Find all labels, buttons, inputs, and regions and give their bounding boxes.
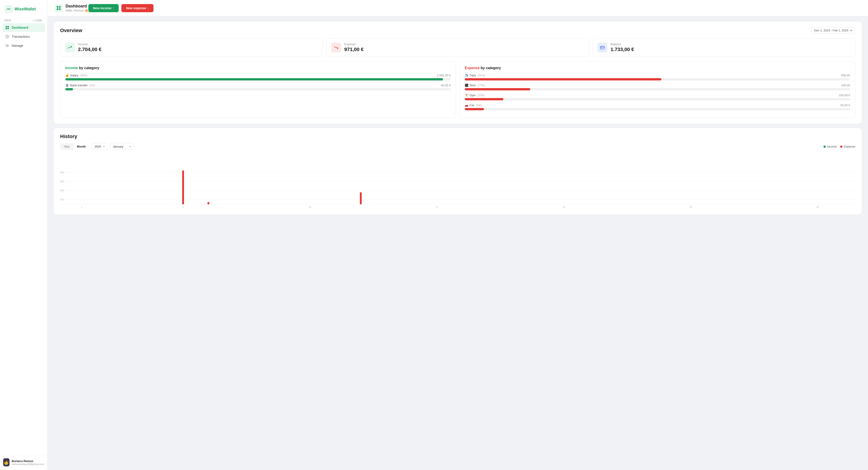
month-select[interactable]: January February March April May June Ju…: [110, 143, 134, 150]
x-label: 20: [563, 206, 565, 208]
balance-amount: 1.733,00 €: [611, 46, 634, 53]
income-icon: [65, 42, 75, 53]
category-name: 🚗 Car (5%): [465, 103, 482, 107]
category-value: 500,00: [841, 74, 850, 77]
svg-rect-8: [59, 6, 61, 8]
category-pct: (17%): [477, 84, 485, 87]
sidebar-item-dashboard[interactable]: Dashboard: [2, 23, 45, 32]
y-label: 150: [60, 198, 64, 201]
category-emoji: ⬛: [465, 84, 468, 87]
chart-bar-group: [754, 155, 779, 204]
chart-bar-group: [196, 155, 221, 204]
category-row-header: 🏋️ Gym (10%) 100,00 €: [465, 94, 850, 97]
svg-rect-9: [57, 8, 58, 10]
page-title: Dashboard: [66, 4, 88, 8]
expense-bar: [208, 202, 209, 204]
page-subtitle: Hello, Remus! 🔥: [66, 9, 88, 12]
date-range-text: Dec 1, 2024 - Feb 1, 2025: [814, 29, 848, 32]
balance-label: Balance: [611, 42, 634, 46]
expense-category-row: ⬛ Tech (17%) 169,00: [465, 84, 850, 90]
sidebar-item-label: Transactions: [12, 35, 30, 38]
progress-bar-fill: [465, 78, 661, 81]
topbar-page-icon: [55, 4, 63, 12]
x-label: 15: [436, 206, 438, 208]
overview-title: Overview: [60, 28, 82, 33]
chart-bar-group: [120, 155, 145, 204]
y-label: 300: [60, 189, 64, 192]
svg-point-1: [8, 8, 9, 9]
user-name: Burlacu Remus: [12, 459, 44, 463]
chart-bar-group: [577, 155, 601, 204]
legend-income: Income: [824, 145, 837, 148]
sidebar-nav: Dashboard Transactions Manage: [0, 23, 47, 455]
category-row-header: ⬛ Tech (17%) 169,00: [465, 84, 850, 87]
chart-bar-group: [450, 155, 475, 204]
expense-icon: [331, 42, 341, 53]
sidebar-item-manage[interactable]: Manage: [2, 41, 45, 50]
overview-section: Overview Dec 1, 2024 - Feb 1, 2025: [54, 22, 862, 124]
chart-bar-group: 20: [551, 155, 576, 204]
chart-bar-group: [729, 155, 754, 204]
y-label: 450: [60, 180, 64, 183]
category-name: ✈️ Trips (51%): [465, 74, 485, 77]
new-expense-button[interactable]: New expense ↓: [121, 4, 153, 12]
category-name: 🏦 Bank transfer (2%): [65, 84, 95, 87]
category-value: 169,00: [841, 84, 850, 87]
chart-bar-group: [348, 155, 373, 204]
period-year-button[interactable]: Year: [60, 143, 73, 150]
chart-bar-group: [247, 155, 272, 204]
category-row-header: 💰 Salary (98%) 2.655,00 €: [65, 74, 451, 77]
app-name: WiseWallet: [14, 7, 36, 11]
progress-bar-bg: [65, 78, 451, 81]
chart-bar-group: [704, 155, 728, 204]
chart-bar-group: [374, 155, 399, 204]
expense-category-card: Expense by category ✈️ Trips (51%) 500,0…: [460, 61, 855, 118]
sidebar-item-transactions[interactable]: Transactions: [2, 32, 45, 41]
category-emoji: ✈️: [465, 74, 468, 77]
expense-category-row: ✈️ Trips (51%) 500,00: [465, 74, 850, 81]
summary-cards: Income 2.704,00 € Expense 971,00 €: [60, 38, 855, 57]
expense-button-label: New expense: [126, 6, 146, 10]
expense-label: Expense: [344, 42, 364, 46]
legend-expense-label: Expense: [844, 145, 855, 148]
chart-bar-group: [526, 155, 551, 204]
expense-category-row: 🏋️ Gym (10%) 100,00 €: [465, 94, 850, 100]
chart-bar-group: [653, 155, 678, 204]
category-name: 💰 Salary (98%): [65, 74, 88, 77]
income-category-card: Income by category 💰 Salary (98%) 2.655,…: [60, 61, 456, 118]
chart-bar-group: [145, 155, 170, 204]
expense-title-highlight: Expense: [465, 66, 480, 70]
expense-category-row: 🚗 Car (5%) 50,00 €: [465, 103, 850, 110]
date-range-filter[interactable]: Dec 1, 2024 - Feb 1, 2025: [811, 27, 855, 34]
income-title-highlight: Income: [65, 66, 78, 70]
svg-rect-11: [600, 46, 604, 49]
expense-category-title: Expense by category: [465, 66, 850, 70]
category-pct: (98%): [80, 74, 88, 77]
x-label: 1: [81, 206, 82, 208]
progress-bar-fill: [465, 88, 530, 90]
period-toggle: Year Month: [60, 143, 89, 150]
chart-bar-group: [94, 155, 119, 204]
user-profile[interactable]: 🧑 Burlacu Remus remus.burlacu00@gmail.co…: [0, 455, 47, 470]
keyboard-shortcut: ←| ⌘B: [32, 19, 43, 22]
legend-income-label: Income: [827, 145, 837, 148]
svg-rect-7: [57, 6, 58, 8]
logo-area[interactable]: WiseWallet: [0, 0, 47, 17]
chart-bar-group: [399, 155, 424, 204]
progress-bar-bg: [465, 108, 850, 110]
period-month-button[interactable]: Month: [73, 143, 89, 150]
chart-legend: Income Expense: [824, 145, 855, 148]
progress-bar-fill: [65, 78, 443, 81]
new-income-button[interactable]: New income ↑: [88, 4, 119, 12]
user-email: remus.burlacu00@gmail.com: [12, 463, 44, 466]
chart-bar-group: 15: [425, 155, 450, 204]
sidebar-item-label: Dashboard: [12, 26, 28, 29]
progress-bar-bg: [465, 98, 850, 100]
year-select[interactable]: 2025 2024 2023: [92, 143, 107, 150]
category-name: 🏋️ Gym (10%): [465, 94, 485, 97]
logo-icon: [4, 5, 13, 13]
legend-income-dot: [824, 146, 826, 148]
chart-bar-group: [602, 155, 627, 204]
category-value: 50,00 €: [840, 103, 850, 107]
chart-bar-group: 5: [170, 155, 195, 204]
